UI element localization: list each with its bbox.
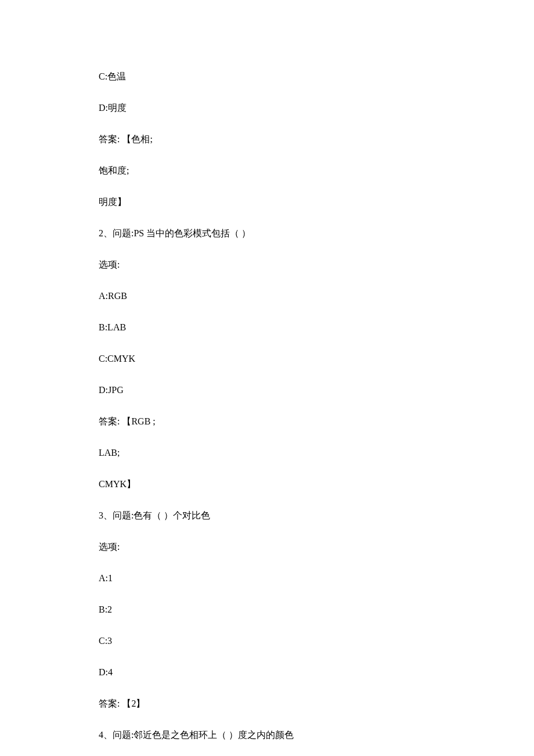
option-c: C:色温 [99,70,435,84]
option-c: C:3 [99,634,435,648]
answer-label: 答案: 【色相; [99,132,435,146]
answer-part: 饱和度; [99,164,435,178]
question-3: 3、问题:色有（ ）个对比色 [99,509,435,523]
answer-part: 明度】 [99,195,435,209]
answer-label: 答案: 【RGB ; [99,415,435,429]
answer-part: LAB; [99,446,435,460]
options-label: 选项: [99,540,435,554]
option-b: B:2 [99,603,435,617]
option-a: A:1 [99,571,435,585]
question-4: 4、问题:邻近色是之色相环上（ ）度之内的颜色 [99,728,435,742]
option-c: C:CMYK [99,352,435,366]
options-label: 选项: [99,258,435,272]
option-d: D:JPG [99,383,435,397]
option-a: A:RGB [99,289,435,303]
answer-label: 答案: 【2】 [99,697,435,711]
option-d: D:4 [99,665,435,679]
option-b: B:LAB [99,321,435,334]
question-2: 2、问题:PS 当中的色彩模式包括（ ） [99,226,435,240]
option-d: D:明度 [99,101,435,115]
answer-part: CMYK】 [99,477,435,491]
